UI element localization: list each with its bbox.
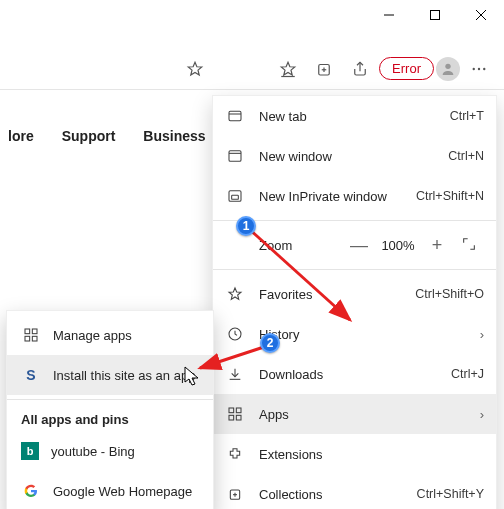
menu-new-tab[interactable]: New tab Ctrl+T <box>213 96 496 136</box>
window-controls <box>366 0 504 30</box>
svg-rect-40 <box>32 336 37 341</box>
svg-rect-38 <box>32 329 37 334</box>
svg-marker-5 <box>281 62 295 75</box>
svg-rect-39 <box>25 336 30 341</box>
nav-item[interactable]: Support <box>62 128 116 144</box>
menu-shortcut: Ctrl+T <box>450 109 484 123</box>
submenu-label: Google Web Homepage <box>53 484 192 499</box>
profile-avatar[interactable] <box>436 57 460 81</box>
history-icon <box>225 324 245 344</box>
share-icon[interactable] <box>343 52 377 86</box>
inprivate-icon <box>225 186 245 206</box>
menu-label: Collections <box>259 487 417 502</box>
chevron-right-icon: › <box>480 327 484 342</box>
svg-rect-26 <box>236 408 241 413</box>
menu-shortcut: Ctrl+N <box>448 149 484 163</box>
menu-shortcut: Ctrl+Shift+N <box>416 189 484 203</box>
menu-label: Downloads <box>259 367 451 382</box>
menu-history[interactable]: History › <box>213 314 496 354</box>
menu-label: New InPrivate window <box>259 189 416 204</box>
svg-rect-25 <box>229 408 234 413</box>
zoom-out-button[interactable]: — <box>342 235 376 256</box>
svg-marker-4 <box>188 62 202 75</box>
svg-rect-28 <box>236 415 241 420</box>
menu-shortcut: Ctrl+J <box>451 367 484 381</box>
menu-downloads[interactable]: Downloads Ctrl+J <box>213 354 496 394</box>
svg-point-12 <box>473 67 475 69</box>
svg-point-13 <box>478 67 480 69</box>
menu-new-window[interactable]: New window Ctrl+N <box>213 136 496 176</box>
zoom-in-button[interactable]: + <box>420 235 454 256</box>
submenu-label: Install this site as an app <box>53 368 195 383</box>
svg-rect-27 <box>229 415 234 420</box>
annotation-badge-1: 1 <box>236 216 256 236</box>
menu-label: Favorites <box>259 287 415 302</box>
nav-item[interactable]: Business <box>143 128 205 144</box>
add-favorite-icon[interactable] <box>178 52 212 86</box>
svg-rect-37 <box>25 329 30 334</box>
submenu-app-item[interactable]: Google Web Homepage <box>7 471 213 509</box>
close-button[interactable] <box>458 0 504 30</box>
svg-marker-21 <box>229 288 241 299</box>
maximize-button[interactable] <box>412 0 458 30</box>
google-icon <box>21 481 41 501</box>
submenu-manage-apps[interactable]: Manage apps <box>7 315 213 355</box>
collections-icon <box>225 484 245 504</box>
collections-icon[interactable] <box>307 52 341 86</box>
page-nav: lore Support Business <box>0 128 206 144</box>
apps-submenu: Manage apps S Install this site as an ap… <box>6 310 214 509</box>
menu-zoom: Zoom — 100% + <box>213 225 496 265</box>
submenu-install-app[interactable]: S Install this site as an app <box>7 355 213 395</box>
new-tab-icon <box>225 106 245 126</box>
menu-favorites[interactable]: Favorites Ctrl+Shift+O <box>213 274 496 314</box>
zoom-label: Zoom <box>225 238 342 253</box>
svg-point-11 <box>445 63 450 68</box>
separator <box>213 269 496 270</box>
menu-shortcut: Ctrl+Shift+Y <box>417 487 484 501</box>
annotation-badge-2: 2 <box>260 333 280 353</box>
extensions-icon <box>225 444 245 464</box>
new-window-icon <box>225 146 245 166</box>
error-pill[interactable]: Error <box>379 57 434 80</box>
svg-rect-20 <box>232 195 239 199</box>
menu-collections[interactable]: Collections Ctrl+Shift+Y <box>213 474 496 509</box>
submenu-label: youtube - Bing <box>51 444 135 459</box>
menu-shortcut: Ctrl+Shift+O <box>415 287 484 301</box>
minimize-button[interactable] <box>366 0 412 30</box>
toolbar: Error <box>0 48 504 90</box>
site-letter-icon: S <box>21 365 41 385</box>
menu-extensions[interactable]: Extensions <box>213 434 496 474</box>
svg-point-14 <box>483 67 485 69</box>
svg-rect-17 <box>229 151 241 162</box>
submenu-app-item[interactable]: b youtube - Bing <box>7 431 213 471</box>
star-icon <box>225 284 245 304</box>
download-icon <box>225 364 245 384</box>
menu-label: History <box>259 327 474 342</box>
svg-rect-1 <box>431 11 440 20</box>
bing-icon: b <box>21 442 39 460</box>
menu-label: New tab <box>259 109 450 124</box>
error-label: Error <box>392 61 421 76</box>
fullscreen-button[interactable] <box>454 236 484 255</box>
apps-grid-icon <box>21 325 41 345</box>
more-icon[interactable] <box>462 52 496 86</box>
svg-rect-15 <box>229 111 241 120</box>
separator <box>213 220 496 221</box>
menu-new-inprivate[interactable]: New InPrivate window Ctrl+Shift+N <box>213 176 496 216</box>
menu-apps[interactable]: Apps › <box>213 394 496 434</box>
apps-icon <box>225 404 245 424</box>
menu-label: New window <box>259 149 448 164</box>
menu-label: Apps <box>259 407 474 422</box>
submenu-label: Manage apps <box>53 328 132 343</box>
zoom-value: 100% <box>376 238 420 253</box>
separator <box>7 399 213 400</box>
menu-label: Extensions <box>259 447 484 462</box>
favorites-bar-icon[interactable] <box>271 52 305 86</box>
chevron-right-icon: › <box>480 407 484 422</box>
nav-item[interactable]: lore <box>8 128 34 144</box>
submenu-header: All apps and pins <box>7 404 213 431</box>
settings-menu: New tab Ctrl+T New window Ctrl+N New InP… <box>212 95 497 509</box>
